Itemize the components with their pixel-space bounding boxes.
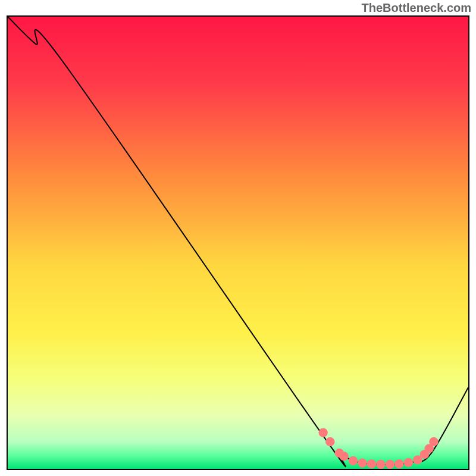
marker-dot (386, 460, 394, 469)
bottleneck-curve (8, 17, 468, 466)
marker-dot (429, 437, 438, 446)
marker-dot (367, 459, 376, 468)
marker-dot (358, 459, 367, 468)
chart-container: TheBottleneck.com (0, 0, 476, 476)
marker-dot (404, 458, 413, 467)
marker-dot (339, 452, 348, 461)
marker-dot (318, 428, 327, 437)
watermark-text: TheBottleneck.com (362, 1, 471, 15)
marker-dot (376, 460, 385, 469)
marker-dot (325, 437, 334, 446)
marker-dot (349, 456, 358, 465)
chart-svg (8, 17, 468, 469)
highlight-markers (318, 428, 438, 469)
marker-dot (394, 459, 403, 468)
chart-frame (7, 15, 469, 470)
